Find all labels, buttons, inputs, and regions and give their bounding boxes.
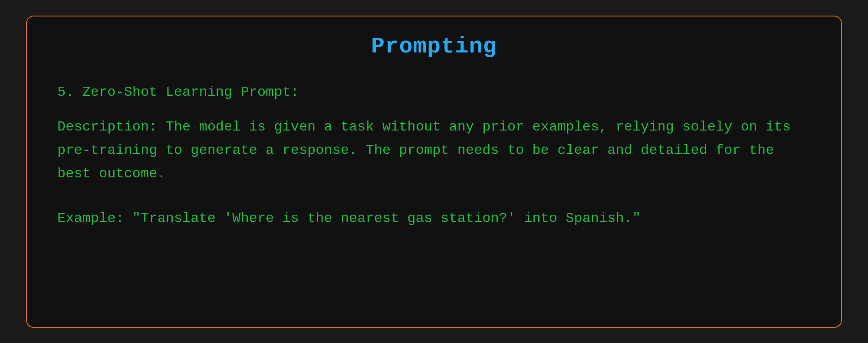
description-label: Description: (57, 119, 157, 135)
example-label: Example: (57, 210, 124, 226)
card-body: 5. Zero-Shot Learning Prompt: Descriptio… (53, 81, 815, 231)
description-text: The model is given a task without any pr… (57, 119, 791, 182)
example-text: "Translate 'Where is the nearest gas sta… (124, 210, 641, 226)
main-card: Prompting 5. Zero-Shot Learning Prompt: … (26, 16, 842, 328)
section-heading: 5. Zero-Shot Learning Prompt: (57, 81, 815, 103)
section-description: Description: The model is given a task w… (57, 115, 815, 186)
section-example: Example: "Translate 'Where is the neares… (57, 207, 815, 230)
page-title: Prompting (53, 34, 815, 59)
